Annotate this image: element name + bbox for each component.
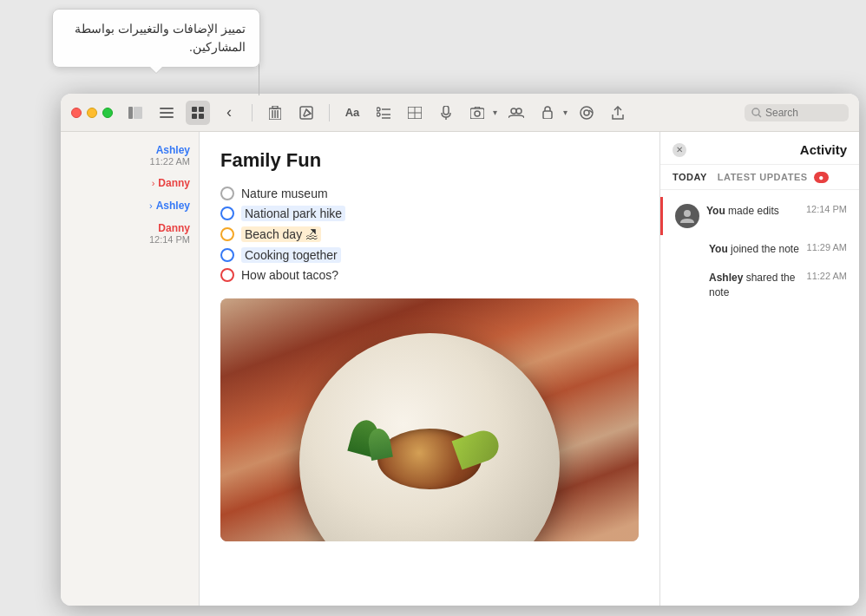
separator-2 — [329, 104, 330, 121]
sidebar-name-ashley-1: Ashley — [156, 144, 190, 156]
activity-header: ✕ Activity — [660, 132, 859, 165]
photo-button[interactable] — [465, 101, 489, 125]
sidebar-item-danny-2[interactable]: Danny 12:14 PM — [61, 217, 199, 250]
activity-list: You made edits 12:14 PM You joined the n… — [660, 190, 859, 606]
activity-text-1: You joined the note — [709, 242, 800, 257]
share-button[interactable] — [606, 101, 630, 125]
separator-1 — [252, 104, 253, 121]
svg-rect-10 — [272, 106, 278, 108]
content-area: Ashley 11:22 AM › Danny › Ashley Danny 1… — [61, 132, 859, 606]
check-circle-1[interactable] — [220, 206, 234, 220]
checklist-text-1: National park hike — [241, 206, 345, 221]
sidebar: Ashley 11:22 AM › Danny › Ashley Danny 1… — [61, 132, 200, 606]
check-circle-2[interactable] — [220, 227, 234, 241]
svg-rect-6 — [199, 107, 204, 112]
mention-button[interactable] — [574, 101, 599, 125]
sidebar-item-ashley-2[interactable]: › Ashley — [61, 194, 199, 217]
checklist-text-3: Cooking together — [241, 247, 341, 263]
title-bar: ‹ Aa — [61, 94, 859, 132]
back-button[interactable]: ‹ — [217, 101, 241, 125]
sidebar-item-danny-1[interactable]: › Danny — [61, 172, 199, 194]
note-content: Family Fun Nature museum National park h… — [200, 132, 659, 606]
svg-point-18 — [377, 113, 380, 116]
tab-today[interactable]: TODAY — [672, 172, 707, 182]
activity-text-2: Ashley shared the note — [709, 271, 800, 300]
table-button[interactable] — [403, 101, 427, 125]
activity-time-1: 11:29 AM — [807, 242, 847, 252]
sidebar-time-ashley-1: 11:22 AM — [150, 156, 190, 167]
photo-chevron[interactable]: ▾ — [493, 108, 497, 117]
list-view-button[interactable] — [154, 101, 179, 125]
lock-button[interactable] — [535, 101, 560, 125]
svg-rect-5 — [192, 107, 197, 112]
activity-item-2: Ashley shared the note 11:22 AM — [660, 264, 859, 307]
svg-point-31 — [581, 107, 593, 119]
svg-rect-26 — [470, 108, 484, 119]
note-title: Family Fun — [220, 149, 639, 172]
checklist-item-3[interactable]: Cooking together — [220, 245, 639, 265]
tooltip-arrow — [149, 67, 163, 74]
checklist: Nature museum National park hike Beach d… — [220, 184, 639, 285]
audio-button[interactable] — [434, 101, 458, 125]
activity-item-0: You made edits 12:14 PM — [660, 197, 859, 235]
app-window: ‹ Aa — [61, 94, 859, 606]
minimize-button[interactable] — [87, 108, 97, 118]
tooltip-box: تمييز الإضافات والتغييرات بواسطة المشارك… — [52, 9, 260, 68]
search-input[interactable] — [765, 107, 835, 119]
svg-rect-2 — [160, 108, 174, 109]
svg-point-34 — [752, 108, 759, 115]
checklist-item-1[interactable]: National park hike — [220, 203, 639, 224]
new-note-button[interactable] — [294, 101, 318, 125]
activity-text-0: You made edits — [706, 204, 799, 219]
maximize-button[interactable] — [102, 108, 113, 118]
activity-time-2: 11:22 AM — [807, 271, 847, 281]
activity-title: Activity — [800, 142, 847, 157]
svg-point-28 — [511, 108, 516, 114]
sidebar-name-danny-1: Danny — [158, 177, 190, 189]
check-circle-0[interactable] — [220, 187, 234, 200]
sidebar-time-danny-2: 12:14 PM — [149, 234, 190, 245]
tab-latest-updates[interactable]: LATEST UPDATES ● — [718, 172, 829, 182]
search-box[interactable] — [745, 104, 849, 121]
collaborate-button[interactable] — [504, 101, 528, 125]
tooltip-arrow-inner — [150, 67, 162, 73]
svg-point-36 — [684, 210, 691, 217]
svg-rect-0 — [128, 107, 133, 119]
sidebar-item-ashley-1[interactable]: Ashley 11:22 AM — [61, 139, 199, 172]
svg-rect-24 — [443, 106, 449, 115]
svg-point-32 — [584, 110, 589, 115]
svg-rect-1 — [134, 107, 142, 119]
svg-rect-7 — [192, 114, 197, 119]
lock-chevron[interactable]: ▾ — [563, 108, 567, 117]
checklist-item-0[interactable]: Nature museum — [220, 184, 639, 203]
traffic-lights — [71, 108, 113, 118]
activity-tabs: TODAY LATEST UPDATES ● — [660, 165, 859, 190]
activity-panel: ✕ Activity TODAY LATEST UPDATES ● — [659, 132, 859, 606]
activity-time-0: 12:14 PM — [806, 204, 847, 214]
close-button[interactable] — [71, 108, 82, 118]
sidebar-toggle-button[interactable] — [123, 101, 148, 125]
svg-line-35 — [758, 115, 761, 117]
activity-item-1: You joined the note 11:29 AM — [660, 235, 859, 264]
search-icon — [751, 108, 762, 118]
tooltip-text: تمييز الإضافات والتغييرات بواسطة المشارك… — [75, 22, 246, 54]
tooltip-pointer-line — [259, 64, 259, 95]
svg-rect-8 — [199, 114, 204, 119]
grid-view-button[interactable] — [186, 101, 210, 125]
svg-point-16 — [377, 108, 380, 111]
check-circle-3[interactable] — [220, 248, 234, 262]
food-image — [220, 298, 639, 541]
activity-close-button[interactable]: ✕ — [672, 143, 686, 157]
checklist-button[interactable] — [371, 101, 396, 125]
sidebar-name-ashley-2: Ashley — [156, 200, 190, 212]
format-button[interactable]: Aa — [340, 101, 364, 125]
svg-rect-30 — [543, 111, 552, 119]
checklist-item-2[interactable]: Beach day 🏖 — [220, 224, 639, 245]
checklist-item-4[interactable]: How about tacos? — [220, 265, 639, 285]
checklist-text-4: How about tacos? — [241, 268, 338, 282]
delete-button[interactable] — [263, 101, 287, 125]
activity-avatar-0 — [675, 204, 699, 228]
check-circle-4[interactable] — [220, 268, 234, 282]
svg-rect-4 — [160, 116, 174, 118]
updates-badge: ● — [814, 172, 829, 183]
